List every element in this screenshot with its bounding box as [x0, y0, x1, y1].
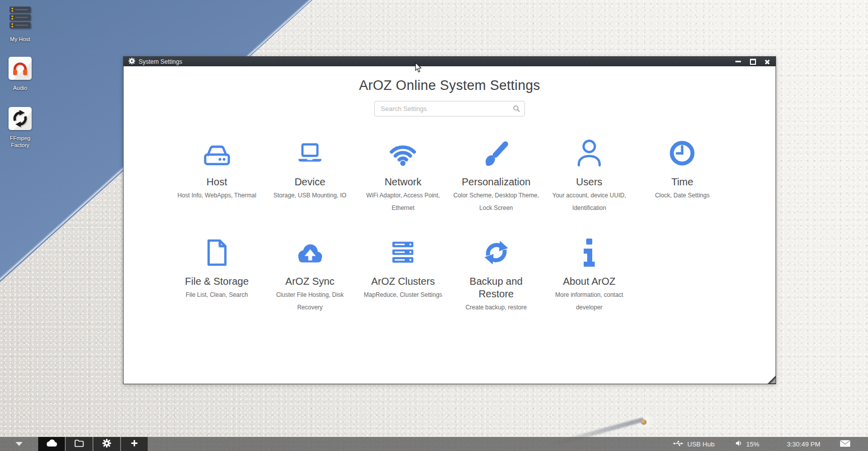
info-icon — [544, 237, 634, 269]
desktop-icon-ffmpeg-factory[interactable]: FFmpeg Factory — [4, 107, 36, 149]
settings-category-aroz-sync[interactable]: ArOZ Sync Cluster File Hosting, Disk Rec… — [263, 237, 356, 314]
mail-icon — [839, 439, 851, 449]
sync-arrows-icon — [451, 237, 541, 269]
category-title: Device — [272, 176, 348, 188]
taskbar-apps — [38, 437, 149, 451]
headphones-icon — [9, 57, 32, 80]
server-rack-icon — [358, 237, 448, 269]
chevron-down-icon — [16, 442, 23, 446]
category-subtitle: Cluster File Hosting, Disk Recovery — [265, 289, 355, 314]
tray-usb-label: USB Hub — [687, 440, 714, 448]
plus-icon — [131, 439, 138, 449]
tray-volume-label: 15% — [746, 440, 759, 448]
settings-grid-row1: Host Host Info, WebApps, Thermal Device … — [170, 137, 729, 214]
desktop-icon-label: FFmpeg Factory — [4, 135, 36, 149]
settings-category-backup-restore[interactable]: Backup and Restore Create backup, restor… — [450, 237, 542, 314]
desktop: My Host Audio FFmpeg Factory — [0, 0, 868, 451]
tray-mail[interactable] — [839, 439, 851, 449]
category-subtitle: Storage, USB Mounting, IO — [265, 189, 355, 202]
user-icon — [544, 137, 634, 169]
category-title: Network — [365, 176, 441, 188]
settings-category-about-aroz[interactable]: About ArOZ More information, contact dev… — [542, 237, 635, 314]
category-title: Time — [644, 176, 720, 188]
desktop-icon-my-host[interactable]: My Host — [4, 6, 36, 43]
category-subtitle: MapReduce, Cluster Settings — [358, 289, 448, 301]
category-title: Personalization — [459, 176, 534, 188]
category-subtitle: File List, Clean, Search — [172, 289, 262, 301]
settings-category-host[interactable]: Host Host Info, WebApps, Thermal — [170, 137, 263, 214]
launcher-chevron-button[interactable] — [0, 442, 38, 446]
search-icon — [513, 105, 520, 112]
settings-category-personalization[interactable]: Personalization Color Scheme, Desktop Th… — [450, 137, 542, 214]
desktop-icon-label: Audio — [13, 84, 27, 91]
folder-icon — [74, 439, 84, 449]
cloud-icon — [46, 439, 58, 449]
taskbar-button-add[interactable] — [121, 437, 148, 451]
category-title: ArOZ Sync — [272, 275, 348, 288]
category-subtitle: Your account, device UUID, Identificatio… — [544, 189, 634, 214]
window-controls — [735, 58, 771, 65]
file-icon — [172, 237, 262, 269]
wifi-icon — [358, 137, 448, 169]
gear-icon — [102, 439, 111, 449]
category-title: Backup and Restore — [459, 275, 534, 300]
settings-category-aroz-clusters[interactable]: ArOZ Clusters MapReduce, Cluster Setting… — [357, 237, 450, 314]
speaker-icon — [735, 440, 742, 448]
category-subtitle: Create backup, restore — [451, 301, 541, 314]
category-subtitle: WiFi Adaptor, Access Point, Ethernet — [358, 189, 448, 214]
category-title: ArOZ Clusters — [365, 275, 441, 288]
taskbar-button-cloud[interactable] — [38, 437, 65, 451]
settings-category-users[interactable]: Users Your account, device UUID, Identif… — [542, 137, 635, 214]
taskbar-button-files[interactable] — [66, 437, 92, 451]
page-title: ArOZ Online System Settings — [124, 78, 776, 93]
taskbar-tray: USB Hub 15% 3:30:49 PM — [673, 439, 868, 449]
tray-volume[interactable]: 15% — [735, 440, 759, 448]
window-title: System Settings — [139, 58, 182, 65]
minimize-button[interactable] — [735, 58, 741, 65]
settings-grid-row2: File & Storage File List, Clean, Search … — [170, 237, 729, 314]
settings-category-device[interactable]: Device Storage, USB Mounting, IO — [263, 137, 356, 214]
category-title: File & Storage — [179, 275, 255, 288]
window-content: ArOZ Online System Settings Host Host In… — [124, 78, 776, 314]
hdd-icon — [172, 137, 262, 169]
desktop-icon-audio[interactable]: Audio — [4, 57, 36, 91]
search-input[interactable] — [374, 101, 525, 117]
search-box — [374, 101, 525, 117]
laptop-icon — [265, 137, 355, 169]
settings-category-network[interactable]: Network WiFi Adaptor, Access Point, Ethe… — [357, 137, 450, 214]
category-subtitle: Color Scheme, Desktop Theme, Lock Screen — [451, 189, 541, 214]
window-resize-grip[interactable] — [768, 376, 776, 384]
cloud-upload-icon — [265, 237, 355, 269]
server-stack-icon — [9, 6, 31, 31]
taskbar-button-settings[interactable] — [93, 437, 120, 451]
tray-clock-label: 3:30:49 PM — [787, 440, 821, 448]
maximize-button[interactable] — [749, 58, 756, 65]
category-subtitle: Clock, Date Settings — [637, 189, 727, 202]
tray-clock: 3:30:49 PM — [787, 440, 821, 448]
settings-category-file-storage[interactable]: File & Storage File List, Clean, Search — [170, 237, 263, 314]
usb-icon — [673, 440, 684, 448]
tray-usb[interactable]: USB Hub — [673, 440, 714, 448]
category-title: Users — [552, 176, 627, 188]
paintbrush-icon — [451, 137, 541, 169]
category-subtitle: Host Info, WebApps, Thermal — [172, 189, 262, 202]
category-subtitle: More information, contact developer — [544, 289, 634, 314]
system-settings-window: System Settings ArOZ Online System Setti… — [123, 56, 776, 384]
window-titlebar[interactable]: System Settings — [124, 57, 776, 66]
taskbar: USB Hub 15% 3:30:49 PM — [0, 437, 868, 451]
gear-icon — [129, 57, 135, 66]
desktop-icon-label: My Host — [10, 36, 30, 43]
category-title: About ArOZ — [552, 275, 627, 288]
settings-category-time[interactable]: Time Clock, Date Settings — [636, 137, 729, 214]
close-button[interactable] — [764, 58, 771, 65]
circular-arrows-icon — [9, 107, 32, 130]
clock-icon — [637, 137, 727, 169]
category-title: Host — [179, 176, 255, 188]
wall-nail — [641, 419, 646, 424]
